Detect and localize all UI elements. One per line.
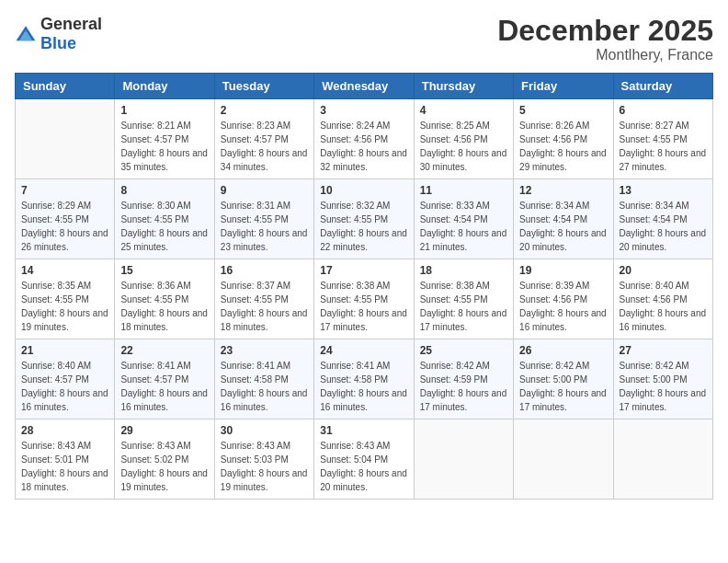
calendar-cell: 31Sunrise: 8:43 AMSunset: 5:04 PMDayligh…: [314, 419, 414, 500]
logo-icon: [15, 23, 37, 45]
calendar-cell: 18Sunrise: 8:38 AMSunset: 4:55 PMDayligh…: [414, 259, 513, 339]
day-number: 5: [519, 104, 607, 117]
calendar-cell: 24Sunrise: 8:41 AMSunset: 4:58 PMDayligh…: [314, 339, 414, 419]
logo-blue: Blue: [40, 34, 76, 52]
calendar-cell: 10Sunrise: 8:32 AMSunset: 4:55 PMDayligh…: [314, 179, 414, 259]
day-number: 11: [420, 184, 507, 197]
calendar-cell: 4Sunrise: 8:25 AMSunset: 4:56 PMDaylight…: [414, 99, 513, 179]
calendar-table: SundayMondayTuesdayWednesdayThursdayFrid…: [15, 73, 713, 500]
calendar-cell: 28Sunrise: 8:43 AMSunset: 5:01 PMDayligh…: [16, 419, 115, 500]
calendar-cell: 9Sunrise: 8:31 AMSunset: 4:55 PMDaylight…: [214, 179, 313, 259]
day-number: 16: [221, 264, 308, 277]
calendar-cell: 22Sunrise: 8:41 AMSunset: 4:57 PMDayligh…: [115, 339, 214, 419]
calendar-cell: 15Sunrise: 8:36 AMSunset: 4:55 PMDayligh…: [115, 259, 214, 339]
day-number: 2: [221, 104, 308, 117]
calendar-week-row: 7Sunrise: 8:29 AMSunset: 4:55 PMDaylight…: [16, 179, 713, 259]
weekday-header-tuesday: Tuesday: [214, 74, 313, 99]
day-number: 6: [620, 104, 707, 117]
day-info: Sunrise: 8:40 AMSunset: 4:56 PMDaylight:…: [620, 279, 707, 334]
day-number: 23: [221, 344, 308, 357]
day-number: 19: [519, 264, 607, 277]
calendar-cell: 21Sunrise: 8:40 AMSunset: 4:57 PMDayligh…: [16, 339, 115, 419]
location-subtitle: Montlhery, France: [497, 47, 713, 63]
day-info: Sunrise: 8:23 AMSunset: 4:57 PMDaylight:…: [221, 119, 308, 174]
day-info: Sunrise: 8:33 AMSunset: 4:54 PMDaylight:…: [420, 199, 507, 254]
day-number: 9: [221, 184, 308, 197]
calendar-cell: 3Sunrise: 8:24 AMSunset: 4:56 PMDaylight…: [314, 99, 414, 179]
calendar-cell: 29Sunrise: 8:43 AMSunset: 5:02 PMDayligh…: [115, 419, 214, 500]
day-info: Sunrise: 8:43 AMSunset: 5:01 PMDaylight:…: [21, 439, 108, 494]
day-number: 27: [620, 344, 707, 357]
calendar-week-row: 21Sunrise: 8:40 AMSunset: 4:57 PMDayligh…: [16, 339, 713, 419]
logo: General Blue: [15, 15, 102, 53]
weekday-header-row: SundayMondayTuesdayWednesdayThursdayFrid…: [16, 74, 713, 99]
day-number: 31: [320, 424, 407, 437]
calendar-cell: 20Sunrise: 8:40 AMSunset: 4:56 PMDayligh…: [613, 259, 712, 339]
day-info: Sunrise: 8:41 AMSunset: 4:57 PMDaylight:…: [120, 359, 208, 414]
day-info: Sunrise: 8:36 AMSunset: 4:55 PMDaylight:…: [120, 279, 208, 334]
calendar-week-row: 1Sunrise: 8:21 AMSunset: 4:57 PMDaylight…: [16, 99, 713, 179]
day-number: 3: [320, 104, 407, 117]
day-number: 8: [120, 184, 208, 197]
day-number: 24: [320, 344, 407, 357]
day-info: Sunrise: 8:43 AMSunset: 5:04 PMDaylight:…: [320, 439, 407, 494]
calendar-cell: 12Sunrise: 8:34 AMSunset: 4:54 PMDayligh…: [514, 179, 613, 259]
calendar-week-row: 14Sunrise: 8:35 AMSunset: 4:55 PMDayligh…: [16, 259, 713, 339]
day-info: Sunrise: 8:41 AMSunset: 4:58 PMDaylight:…: [320, 359, 407, 414]
calendar-cell: 2Sunrise: 8:23 AMSunset: 4:57 PMDaylight…: [214, 99, 313, 179]
day-info: Sunrise: 8:35 AMSunset: 4:55 PMDaylight:…: [21, 279, 108, 334]
calendar-cell: 6Sunrise: 8:27 AMSunset: 4:55 PMDaylight…: [613, 99, 712, 179]
logo-text: General Blue: [40, 15, 102, 53]
calendar-cell: 17Sunrise: 8:38 AMSunset: 4:55 PMDayligh…: [314, 259, 414, 339]
day-number: 22: [120, 344, 208, 357]
calendar-cell: [16, 99, 115, 179]
calendar-cell: 25Sunrise: 8:42 AMSunset: 4:59 PMDayligh…: [414, 339, 513, 419]
day-number: 30: [221, 424, 308, 437]
calendar-cell: 26Sunrise: 8:42 AMSunset: 5:00 PMDayligh…: [514, 339, 613, 419]
page-header: General Blue December 2025 Montlhery, Fr…: [15, 15, 713, 63]
day-info: Sunrise: 8:41 AMSunset: 4:58 PMDaylight:…: [221, 359, 308, 414]
day-info: Sunrise: 8:29 AMSunset: 4:55 PMDaylight:…: [21, 199, 108, 254]
day-info: Sunrise: 8:27 AMSunset: 4:55 PMDaylight:…: [620, 119, 707, 174]
weekday-header-wednesday: Wednesday: [314, 74, 414, 99]
day-info: Sunrise: 8:30 AMSunset: 4:55 PMDaylight:…: [120, 199, 208, 254]
day-number: 25: [420, 344, 507, 357]
day-info: Sunrise: 8:39 AMSunset: 4:56 PMDaylight:…: [519, 279, 607, 334]
day-info: Sunrise: 8:26 AMSunset: 4:56 PMDaylight:…: [519, 119, 607, 174]
day-number: 12: [519, 184, 607, 197]
calendar-cell: 16Sunrise: 8:37 AMSunset: 4:55 PMDayligh…: [214, 259, 313, 339]
day-info: Sunrise: 8:43 AMSunset: 5:02 PMDaylight:…: [120, 439, 208, 494]
day-number: 14: [21, 264, 108, 277]
calendar-cell: 11Sunrise: 8:33 AMSunset: 4:54 PMDayligh…: [414, 179, 513, 259]
day-number: 18: [420, 264, 507, 277]
day-info: Sunrise: 8:40 AMSunset: 4:57 PMDaylight:…: [21, 359, 108, 414]
day-number: 7: [21, 184, 108, 197]
calendar-cell: 14Sunrise: 8:35 AMSunset: 4:55 PMDayligh…: [16, 259, 115, 339]
day-info: Sunrise: 8:43 AMSunset: 5:03 PMDaylight:…: [221, 439, 308, 494]
day-number: 17: [320, 264, 407, 277]
calendar-cell: [613, 419, 712, 500]
day-info: Sunrise: 8:21 AMSunset: 4:57 PMDaylight:…: [120, 119, 208, 174]
day-info: Sunrise: 8:34 AMSunset: 4:54 PMDaylight:…: [620, 199, 707, 254]
day-info: Sunrise: 8:42 AMSunset: 5:00 PMDaylight:…: [620, 359, 707, 414]
calendar-cell: 1Sunrise: 8:21 AMSunset: 4:57 PMDaylight…: [115, 99, 214, 179]
day-number: 21: [21, 344, 108, 357]
day-number: 29: [120, 424, 208, 437]
day-number: 13: [620, 184, 707, 197]
day-info: Sunrise: 8:38 AMSunset: 4:55 PMDaylight:…: [320, 279, 407, 334]
calendar-cell: 5Sunrise: 8:26 AMSunset: 4:56 PMDaylight…: [514, 99, 613, 179]
day-number: 20: [620, 264, 707, 277]
day-info: Sunrise: 8:31 AMSunset: 4:55 PMDaylight:…: [221, 199, 308, 254]
day-info: Sunrise: 8:32 AMSunset: 4:55 PMDaylight:…: [320, 199, 407, 254]
calendar-cell: 23Sunrise: 8:41 AMSunset: 4:58 PMDayligh…: [214, 339, 313, 419]
calendar-cell: 7Sunrise: 8:29 AMSunset: 4:55 PMDaylight…: [16, 179, 115, 259]
calendar-cell: 19Sunrise: 8:39 AMSunset: 4:56 PMDayligh…: [514, 259, 613, 339]
weekday-header-sunday: Sunday: [16, 74, 115, 99]
day-number: 1: [120, 104, 208, 117]
weekday-header-saturday: Saturday: [613, 74, 712, 99]
day-info: Sunrise: 8:34 AMSunset: 4:54 PMDaylight:…: [519, 199, 607, 254]
day-number: 10: [320, 184, 407, 197]
calendar-cell: 8Sunrise: 8:30 AMSunset: 4:55 PMDaylight…: [115, 179, 214, 259]
day-info: Sunrise: 8:42 AMSunset: 4:59 PMDaylight:…: [420, 359, 507, 414]
day-info: Sunrise: 8:25 AMSunset: 4:56 PMDaylight:…: [420, 119, 507, 174]
